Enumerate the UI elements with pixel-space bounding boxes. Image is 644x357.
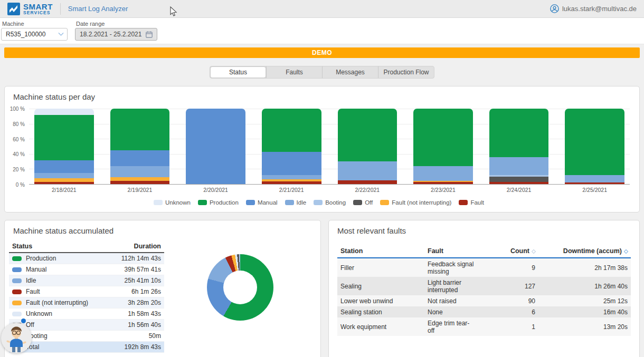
status-name: Manual — [26, 266, 46, 273]
bar-segment-off[interactable] — [489, 177, 549, 182]
status-per-day-panel: Machine status per day 100 %80 %60 %40 %… — [4, 86, 640, 213]
user-icon — [550, 4, 559, 13]
stacked-bar-2-18-2021[interactable] — [34, 109, 94, 184]
date-range-input[interactable]: 18.2.2021 - 25.2.2021 — [75, 28, 157, 41]
table-row[interactable]: Lower web unwindNot raised9025m 12s — [337, 295, 631, 306]
fault-fault: None — [424, 306, 478, 317]
bar-segment-production[interactable] — [110, 109, 170, 150]
sort-icon[interactable] — [532, 249, 536, 254]
bar-segment-fault[interactable] — [262, 181, 321, 184]
status-name: Production — [26, 255, 56, 262]
stacked-bar-2-22-2021[interactable] — [338, 109, 397, 184]
bar-segment-production[interactable] — [262, 109, 321, 152]
faults-col-fault[interactable]: Fault — [424, 245, 478, 258]
table-row[interactable]: FillerFeedback signal missing92h 17m 38s — [337, 258, 631, 277]
status-color-chip — [12, 301, 22, 305]
bar-segment-idle[interactable] — [262, 175, 321, 180]
top-header-bar: SMART SERVICES Smart Log Analyzer lukas.… — [0, 0, 644, 18]
stacked-bar-2-19-2021[interactable] — [110, 109, 170, 184]
table-row[interactable]: Off1h 56m 40s — [9, 320, 164, 331]
legend-item-fault-not-interrupting-[interactable]: Fault (not interrupting) — [380, 199, 451, 206]
stacked-bar-2-21-2021[interactable] — [262, 109, 321, 184]
table-row[interactable]: SealingLight barrier interrupted1271h 26… — [337, 277, 631, 295]
bar-segment-production[interactable] — [413, 109, 473, 166]
bar-segment-fault-not-interrupting-[interactable] — [110, 177, 170, 181]
table-row[interactable]: Booting50m — [9, 331, 164, 342]
fault-count: 6 — [478, 306, 538, 317]
y-tick-label: 80 % — [13, 121, 25, 127]
bar-segment-fault[interactable] — [565, 182, 624, 184]
bar-segment-production[interactable] — [565, 109, 624, 175]
table-row[interactable]: Idle25h 41m 10s — [9, 275, 164, 286]
user-menu[interactable]: lukas.stark@multivac.de — [550, 4, 637, 13]
y-tick-label: 100 % — [10, 106, 25, 112]
status-accumulated-panel: Machine status accumulated Status Durati… — [4, 220, 321, 357]
accum-col-status[interactable]: Status — [9, 240, 109, 253]
bar-segment-fault[interactable] — [34, 182, 94, 184]
bar-segment-manual[interactable] — [262, 152, 321, 175]
date-range-field: Date range 18.2.2021 - 25.2.2021 — [75, 21, 157, 44]
table-row[interactable]: Fault6h 1m 26s — [9, 286, 164, 297]
brand-logo-icon — [7, 3, 20, 15]
legend-item-manual[interactable]: Manual — [246, 199, 278, 206]
tab-production-flow[interactable]: Production Flow — [378, 66, 434, 78]
sort-icon[interactable] — [624, 249, 628, 254]
stacked-bar-2-25-2021[interactable] — [565, 109, 624, 184]
status-color-chip — [12, 290, 22, 294]
x-tick-label: 2/24/2021 — [489, 185, 549, 193]
bar-segment-idle[interactable] — [565, 175, 624, 182]
table-row[interactable]: Work equipmentEdge trim tear-off113m 20s — [337, 317, 631, 336]
brand-logo: SMART SERVICES — [7, 3, 53, 15]
stacked-bar-2-20-2021[interactable] — [186, 109, 245, 184]
bar-segment-production[interactable] — [34, 115, 94, 161]
legend-item-off[interactable]: Off — [353, 199, 373, 206]
bar-segment-fault[interactable] — [110, 181, 170, 184]
legend-item-production[interactable]: Production — [198, 199, 239, 206]
tab-faults[interactable]: Faults — [266, 66, 322, 78]
bar-segment-fault[interactable] — [338, 180, 397, 184]
chart-y-axis: 100 %80 %60 %40 %20 %0 % — [8, 109, 29, 185]
table-row[interactable]: Manual39h 57m 41s — [9, 264, 164, 275]
legend-item-unknown[interactable]: Unknown — [154, 199, 191, 206]
table-row[interactable]: Sealing stationNone616m 40s — [337, 306, 631, 317]
bar-segment-idle[interactable] — [338, 161, 397, 180]
bar-segment-idle[interactable] — [110, 166, 170, 177]
legend-swatch — [353, 200, 362, 205]
fault-station: Lower web unwind — [337, 295, 424, 306]
table-row[interactable]: Production112h 14m 43s — [9, 253, 164, 264]
assistant-widget[interactable] — [1, 323, 32, 353]
faults-col-downtime[interactable]: Downtime (accum) — [538, 245, 631, 258]
legend-swatch — [314, 200, 323, 205]
bar-segment-manual[interactable] — [186, 109, 245, 184]
bar-segment-fault[interactable] — [489, 182, 549, 184]
accum-col-duration[interactable]: Duration — [109, 240, 164, 253]
bar-segment-production[interactable] — [338, 109, 397, 161]
stacked-bar-2-23-2021[interactable] — [413, 109, 473, 184]
chart-bars — [29, 109, 630, 184]
bar-segment-idle[interactable] — [34, 173, 94, 178]
stacked-bar-2-24-2021[interactable] — [489, 109, 549, 184]
table-row[interactable]: Fault (not interrupting)3h 28m 20s — [9, 297, 164, 308]
legend-item-idle[interactable]: Idle — [285, 199, 307, 206]
legend-item-booting[interactable]: Booting — [314, 199, 346, 206]
bar-segment-production[interactable] — [489, 109, 549, 157]
machine-label: Machine — [1, 21, 68, 27]
tab-status[interactable]: Status — [210, 66, 266, 78]
faults-col-station[interactable]: Station — [337, 245, 424, 258]
faults-col-count[interactable]: Count — [478, 245, 538, 258]
bar-segment-unknown[interactable] — [34, 109, 94, 114]
bar-segment-idle[interactable] — [413, 166, 473, 180]
bar-segment-fault[interactable] — [413, 182, 473, 184]
table-row[interactable]: Unknown1h 58m 43s — [9, 308, 164, 320]
bar-segment-manual[interactable] — [110, 150, 170, 166]
bar-segment-idle[interactable] — [489, 157, 549, 175]
legend-swatch — [380, 200, 389, 205]
tab-messages[interactable]: Messages — [322, 66, 378, 78]
bar-segment-manual[interactable] — [34, 160, 94, 173]
legend-item-fault[interactable]: Fault — [459, 199, 484, 206]
fault-downtime: 13m 20s — [538, 317, 631, 336]
machine-select[interactable]: R535_100000 — [1, 28, 68, 41]
status-per-day-chart: 100 %80 %60 %40 %20 %0 % 2/18/20212/19/2… — [5, 103, 639, 206]
machine-select-value: R535_100000 — [6, 31, 45, 38]
bar-segment-fault-not-interrupting-[interactable] — [34, 178, 94, 182]
